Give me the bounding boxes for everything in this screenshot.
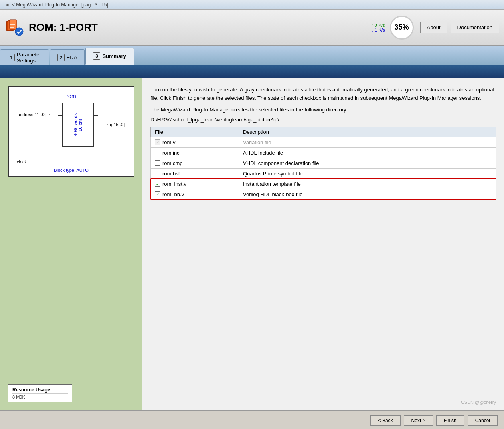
tab-label-2: EDA <box>67 54 77 60</box>
blue-separator <box>0 66 504 78</box>
checkbox-rombsf[interactable] <box>155 171 160 176</box>
output-signal: → q[15..0] <box>104 122 125 127</box>
back-arrow-icon: ◄ <box>5 2 10 8</box>
file-name-container: rom.bsf <box>155 171 235 177</box>
file-name-container: ✓ rom.v <box>155 139 235 145</box>
arrow-right-icon: → <box>104 122 109 127</box>
bottom-bar: < Back Next > Finish Cancel <box>0 410 504 429</box>
checkbox-rominstv[interactable]: ✓ <box>155 181 160 187</box>
description-text: Turn on the files you wish to generate. … <box>150 86 496 103</box>
watermark: CSDN @@cherry <box>150 398 496 406</box>
rom-center-text: 16 bits4096 words <box>73 113 83 136</box>
directory-intro: The MegaWizard Plug-In Manager creates t… <box>150 107 496 113</box>
tab-label-3: Summary <box>102 53 126 59</box>
clock-label: clock <box>17 159 27 164</box>
speed-down: ↓ 1 K/s <box>371 28 385 32</box>
address-signal: address[11..0] → <box>18 112 51 117</box>
rom-right-side: → q[15..0] <box>104 122 125 127</box>
directory-path: D:\FPGA\school_fpga_learn\veriloglearn\v… <box>150 117 496 123</box>
breadcrumb-text: < MegaWizard Plug-In Manager [page 3 of … <box>12 2 108 8</box>
file-cell: rom.cmp <box>151 158 239 168</box>
checkbox-rombbv[interactable]: ✓ <box>155 191 160 197</box>
rom-title: rom <box>14 93 129 99</box>
tab-label-1: ParameterSettings <box>17 52 41 64</box>
main-content: rom address[11..0] → 16 bits4096 words <box>0 78 504 410</box>
progress-circle: 35% <box>390 16 414 40</box>
desc-cell-bb: Verilog HDL black-box file <box>239 189 496 199</box>
file-name: rom.cmp <box>162 160 183 166</box>
arrow-icon: → <box>47 112 51 117</box>
file-cell: rom.inc <box>151 147 239 158</box>
file-name-container: ✓ rom_inst.v <box>155 181 235 187</box>
file-name: rom.v <box>162 139 176 145</box>
file-cell-inst: ✓ rom_inst.v <box>151 179 239 189</box>
table-row: rom.bsf Quartus Prime symbol file <box>151 168 496 179</box>
top-bar: ROM: 1-PORT ↑ 0 K/s ↓ 1 K/s 35% About Do… <box>0 10 504 46</box>
tab-bar: 1 ParameterSettings 2 EDA 3 Summary <box>0 46 504 66</box>
back-button[interactable]: < Back <box>370 415 401 426</box>
file-name: rom.inc <box>162 150 180 156</box>
desc-cell: Variation file <box>239 137 496 147</box>
desc-cell: AHDL Include file <box>239 147 496 158</box>
file-cell-bb: ✓ rom_bb.v <box>151 189 239 199</box>
finish-button[interactable]: Finish <box>436 415 464 426</box>
file-cell: ✓ rom.v <box>151 137 239 147</box>
breadcrumb: ◄ < MegaWizard Plug-In Manager [page 3 o… <box>0 0 504 10</box>
svg-point-3 <box>15 28 23 36</box>
table-header: File Description <box>151 127 496 137</box>
rom-block-area: address[11..0] → 16 bits4096 words <box>14 103 129 147</box>
block-type-label: Block type: AUTO <box>14 168 129 173</box>
col-file: File <box>151 127 239 137</box>
file-name-container: rom.inc <box>155 150 235 156</box>
tab-summary[interactable]: 3 Summary <box>85 48 134 65</box>
file-name: rom_bb.v <box>162 191 184 197</box>
speed-up: ↑ 0 K/s <box>371 23 385 28</box>
right-panel: Turn on the files you wish to generate. … <box>142 78 504 410</box>
output-connector <box>93 115 98 116</box>
next-button[interactable]: Next > <box>404 415 433 426</box>
checkbox-rominc[interactable] <box>155 150 160 155</box>
file-cell: rom.bsf <box>151 168 239 179</box>
table-row-highlighted-2: ✓ rom_bb.v Verilog HDL black-box file <box>151 189 496 199</box>
table-row: ✓ rom.v Variation file <box>151 137 496 147</box>
progress-value: 35% <box>395 23 409 32</box>
desc-cell: Quartus Prime symbol file <box>239 168 496 179</box>
rom-left-side: address[11..0] → <box>18 112 51 137</box>
page-title: ROM: 1-PORT <box>29 21 98 34</box>
file-name: rom_inst.v <box>162 181 186 187</box>
file-table: File Description ✓ rom.v Variation file <box>150 127 496 200</box>
resource-value: 8 M9K <box>12 395 68 399</box>
file-name: rom.bsf <box>162 171 180 177</box>
documentation-button[interactable]: Documentation <box>451 22 499 33</box>
tab-num-3: 3 <box>93 52 100 60</box>
table-row-highlighted-1: ✓ rom_inst.v Instantiation template file <box>151 179 496 189</box>
table-row: rom.cmp VHDL component declaration file <box>151 158 496 168</box>
address-label: address[11..0] <box>18 112 46 117</box>
input-connector <box>58 115 63 116</box>
col-description: Description <box>239 127 496 137</box>
tab-num-2: 2 <box>57 54 65 61</box>
left-panel: rom address[11..0] → 16 bits4096 words <box>0 78 142 410</box>
resource-section: Resource Usage 8 M9K <box>8 384 134 402</box>
table-row: rom.inc AHDL Include file <box>151 147 496 158</box>
file-name-container: rom.cmp <box>155 160 235 166</box>
content-spacer <box>150 204 496 394</box>
checkbox-romcmp[interactable] <box>155 160 160 166</box>
resource-box: Resource Usage 8 M9K <box>8 384 72 402</box>
app-icon <box>5 18 24 37</box>
about-button[interactable]: About <box>420 22 447 33</box>
file-name-container: ✓ rom_bb.v <box>155 191 235 197</box>
desc-cell: VHDL component declaration file <box>239 158 496 168</box>
tab-parameter-settings[interactable]: 1 ParameterSettings <box>0 49 49 65</box>
file-table-wrapper: File Description ✓ rom.v Variation file <box>150 127 496 200</box>
cancel-button[interactable]: Cancel <box>468 415 498 426</box>
header-left: ROM: 1-PORT <box>5 18 371 37</box>
speed-indicator: ↑ 0 K/s ↓ 1 K/s <box>371 23 385 32</box>
checkbox-romv[interactable]: ✓ <box>155 139 160 145</box>
clock-area: clock <box>17 159 129 165</box>
desc-cell-inst: Instantiation template file <box>239 179 496 189</box>
tab-eda[interactable]: 2 EDA <box>50 49 85 65</box>
tab-num-1: 1 <box>8 54 15 61</box>
resource-title: Resource Usage <box>12 387 68 394</box>
rom-center-block: 16 bits4096 words <box>62 103 94 147</box>
